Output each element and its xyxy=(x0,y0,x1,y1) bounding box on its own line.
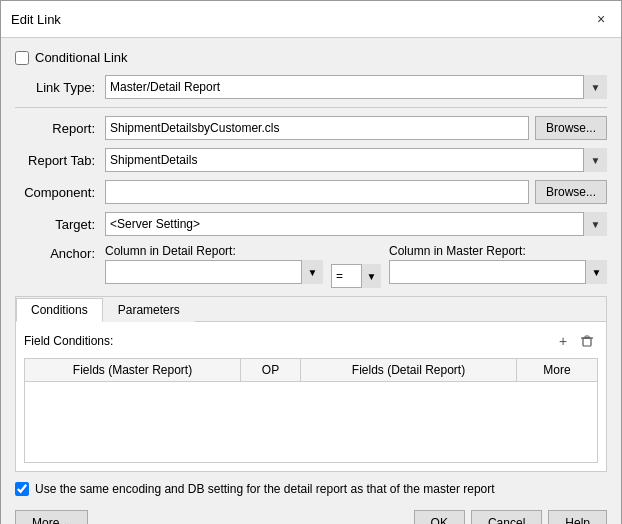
anchor-columns: Column in Detail Report: ▼ = xyxy=(105,244,607,288)
link-type-label: Link Type: xyxy=(15,80,105,95)
dialog-title: Edit Link xyxy=(11,12,61,27)
component-label: Component: xyxy=(15,185,105,200)
svg-rect-2 xyxy=(585,336,589,338)
anchor-section: Anchor: Column in Detail Report: ▼ xyxy=(15,244,607,288)
report-label: Report: xyxy=(15,121,105,136)
col-op-header: OP xyxy=(241,359,301,381)
col-detail-header: Fields (Detail Report) xyxy=(301,359,517,381)
tab-conditions-content: Field Conditions: + xyxy=(16,322,606,471)
tab-conditions[interactable]: Conditions xyxy=(16,298,103,322)
anchor-eq-wrap: = ▼ xyxy=(331,264,381,288)
link-type-select-wrapper: Master/Detail Report ▼ xyxy=(105,75,607,99)
report-row: Report: Browse... xyxy=(15,116,607,140)
tab-parameters[interactable]: Parameters xyxy=(103,298,195,322)
anchor-eq-select-wrap: = ▼ xyxy=(331,264,381,288)
anchor-master-col: Column in Master Report: ▼ xyxy=(389,244,607,284)
anchor-eq-select[interactable]: = xyxy=(331,264,381,288)
cancel-button[interactable]: Cancel xyxy=(471,510,542,524)
anchor-master-select[interactable] xyxy=(389,260,607,284)
encoding-checkbox[interactable] xyxy=(15,482,29,496)
report-tab-row: Report Tab: ShipmentDetails ▼ xyxy=(15,148,607,172)
delete-condition-button[interactable] xyxy=(576,330,598,352)
field-conditions-label: Field Conditions: xyxy=(24,334,113,348)
target-label: Target: xyxy=(15,217,105,232)
anchor-master-label: Column in Master Report: xyxy=(389,244,607,258)
help-button[interactable]: Help xyxy=(548,510,607,524)
target-select-wrapper: <Server Setting> ▼ xyxy=(105,212,607,236)
trash-icon xyxy=(580,334,594,348)
conditional-link-checkbox[interactable] xyxy=(15,51,29,65)
component-row: Component: Browse... xyxy=(15,180,607,204)
dialog-action-buttons: OK Cancel Help xyxy=(414,510,607,524)
conditional-link-label: Conditional Link xyxy=(35,50,128,65)
bottom-buttons: More ⌄ OK Cancel Help xyxy=(15,506,607,524)
field-conditions-table: Fields (Master Report) OP Fields (Detail… xyxy=(24,358,598,463)
report-input[interactable] xyxy=(105,116,529,140)
conditional-link-row: Conditional Link xyxy=(15,50,607,65)
edit-link-dialog: Edit Link × Conditional Link Link Type: … xyxy=(0,0,622,524)
encoding-row: Use the same encoding and DB setting for… xyxy=(15,482,607,496)
ok-button[interactable]: OK xyxy=(414,510,465,524)
add-condition-button[interactable]: + xyxy=(552,330,574,352)
dialog-body: Conditional Link Link Type: Master/Detai… xyxy=(1,38,621,524)
report-tab-select-wrapper: ShipmentDetails ▼ xyxy=(105,148,607,172)
col-more-header: More xyxy=(517,359,597,381)
component-browse-button[interactable]: Browse... xyxy=(535,180,607,204)
report-browse-button[interactable]: Browse... xyxy=(535,116,607,140)
tabs-header: Conditions Parameters xyxy=(16,297,606,322)
table-body xyxy=(25,382,597,462)
encoding-label: Use the same encoding and DB setting for… xyxy=(35,482,495,496)
field-conditions-header: Field Conditions: + xyxy=(24,330,598,352)
target-row: Target: <Server Setting> ▼ xyxy=(15,212,607,236)
anchor-detail-select-wrap: ▼ xyxy=(105,260,323,284)
target-select[interactable]: <Server Setting> xyxy=(105,212,607,236)
link-type-row: Link Type: Master/Detail Report ▼ xyxy=(15,75,607,99)
field-conditions-icon-btns: + xyxy=(552,330,598,352)
tabs-section: Conditions Parameters Field Conditions: … xyxy=(15,296,607,472)
anchor-master-select-wrap: ▼ xyxy=(389,260,607,284)
report-tab-select[interactable]: ShipmentDetails xyxy=(105,148,607,172)
anchor-master-input-row: ▼ xyxy=(389,260,607,284)
anchor-detail-input-row: ▼ xyxy=(105,260,323,284)
col-master-header: Fields (Master Report) xyxy=(25,359,241,381)
svg-rect-0 xyxy=(583,338,591,346)
more-button[interactable]: More ⌄ xyxy=(15,510,88,524)
close-button[interactable]: × xyxy=(591,9,611,29)
anchor-label: Anchor: xyxy=(15,244,105,261)
title-bar: Edit Link × xyxy=(1,1,621,38)
anchor-label-row: Anchor: Column in Detail Report: ▼ xyxy=(15,244,607,288)
more-button-label: More xyxy=(32,516,59,524)
report-tab-label: Report Tab: xyxy=(15,153,105,168)
more-chevron-icon: ⌄ xyxy=(63,518,71,524)
anchor-detail-label: Column in Detail Report: xyxy=(105,244,323,258)
anchor-detail-col: Column in Detail Report: ▼ xyxy=(105,244,323,284)
anchor-detail-select[interactable] xyxy=(105,260,323,284)
table-header: Fields (Master Report) OP Fields (Detail… xyxy=(25,359,597,382)
component-input[interactable] xyxy=(105,180,529,204)
link-type-select[interactable]: Master/Detail Report xyxy=(105,75,607,99)
